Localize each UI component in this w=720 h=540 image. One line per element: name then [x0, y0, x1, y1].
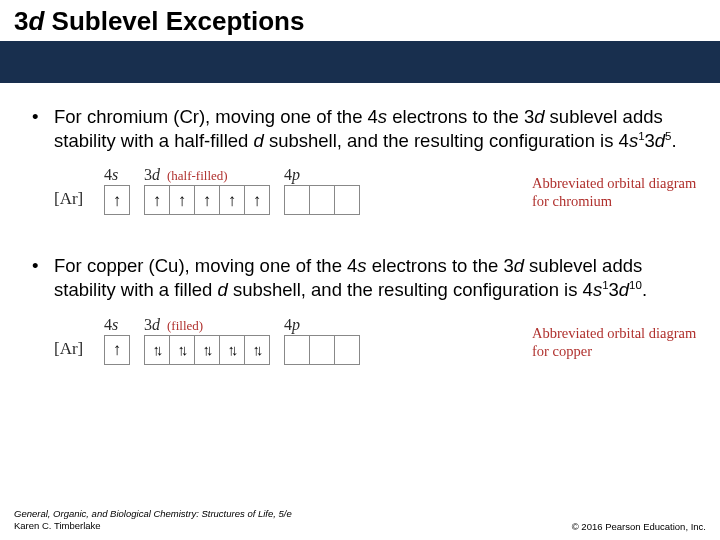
orbital-boxes	[284, 185, 360, 215]
title-d: d	[28, 6, 44, 36]
t: electrons to the 3	[367, 255, 514, 276]
bullet-copper: • For copper (Cu), moving one of the 4s …	[30, 254, 690, 301]
ar-core-label: [Ar]	[54, 339, 90, 365]
title-post: Sublevel Exceptions	[44, 6, 304, 36]
n: 4	[284, 166, 292, 183]
t: electrons to the 3	[387, 106, 534, 127]
sublevel-label-3d: 3d (half-filled)	[144, 166, 228, 184]
orbital-diagram-copper: [Ar] 4s 3d (filled) 4p	[54, 316, 690, 380]
n: 3	[144, 316, 152, 333]
t: 3	[609, 279, 619, 300]
ar-core-label: [Ar]	[54, 189, 90, 215]
fill-note: (half-filled)	[167, 168, 228, 183]
sublevel-4p: 4p	[284, 316, 360, 365]
l: d	[152, 316, 160, 333]
t-it: d	[619, 279, 629, 300]
l: s	[112, 166, 118, 183]
sublevel-3d: 3d (half-filled)	[144, 166, 270, 215]
title-text: 3d Sublevel Exceptions	[14, 6, 706, 37]
sublevel-label-4s: 4s	[104, 316, 118, 334]
orbital-box	[104, 185, 130, 215]
footer-copyright: © 2016 Pearson Education, Inc.	[572, 521, 706, 532]
n: 4	[104, 166, 112, 183]
book-author: Karen C. Timberlake	[14, 520, 101, 531]
orbital-box	[334, 185, 360, 215]
orbital-boxes	[104, 185, 130, 215]
t-it: d	[534, 106, 544, 127]
orbital-boxes	[144, 185, 270, 215]
diagram-caption: Abbreviated orbital diagram for copper	[532, 324, 702, 360]
caption-line: for chromium	[532, 193, 612, 209]
t: subshell, and the resulting configuratio…	[228, 279, 593, 300]
t: 3	[645, 130, 655, 151]
n: 4	[284, 316, 292, 333]
sublevel-label-4p: 4p	[284, 316, 300, 334]
diagram-caption: Abbreviated orbital diagram for chromium	[532, 174, 702, 210]
book-title: General, Organic, and Biological Chemist…	[14, 508, 292, 519]
bullet-text: For chromium (Cr), moving one of the 4s …	[54, 105, 690, 152]
sublevel-label-3d: 3d (filled)	[144, 316, 203, 334]
l: s	[112, 316, 118, 333]
bullet-chromium: • For chromium (Cr), moving one of the 4…	[30, 105, 690, 152]
n: 3	[144, 166, 152, 183]
slide-footer: General, Organic, and Biological Chemist…	[14, 508, 706, 532]
bullet-dot: •	[30, 254, 54, 301]
slide-content: • For chromium (Cr), moving one of the 4…	[0, 83, 720, 380]
t-it: s	[629, 130, 638, 151]
caption-line: for copper	[532, 343, 592, 359]
orbital-box	[284, 335, 310, 365]
t: subshell, and the resulting configuratio…	[264, 130, 629, 151]
t-it: d	[514, 255, 524, 276]
orbital-box	[284, 185, 310, 215]
title-pre: 3	[14, 6, 28, 36]
t-it: s	[378, 106, 387, 127]
sublevel-4p: 4p	[284, 166, 360, 215]
t-it: d	[655, 130, 665, 151]
sublevel-4s: 4s	[104, 166, 130, 215]
bullet-text: For copper (Cu), moving one of the 4s el…	[54, 254, 690, 301]
sublevel-label-4s: 4s	[104, 166, 118, 184]
slide-title: 3d Sublevel Exceptions	[0, 0, 720, 41]
t: .	[642, 279, 647, 300]
l: p	[292, 316, 300, 333]
orbital-box	[244, 335, 270, 365]
orbital-box	[169, 185, 195, 215]
t: For copper (Cu), moving one of the 4	[54, 255, 357, 276]
footer-book-info: General, Organic, and Biological Chemist…	[14, 508, 292, 532]
t-it: s	[593, 279, 602, 300]
orbital-box	[309, 185, 335, 215]
orbital-boxes	[284, 335, 360, 365]
fill-note: (filled)	[167, 318, 203, 333]
orbital-box	[309, 335, 335, 365]
orbital-diagram-chromium: [Ar] 4s 3d (half-filled) 4p	[54, 166, 690, 230]
t-it: s	[357, 255, 366, 276]
orbital-box	[334, 335, 360, 365]
orbital-boxes	[144, 335, 270, 365]
t: For chromium (Cr), moving one of the 4	[54, 106, 378, 127]
l: d	[152, 166, 160, 183]
orbital-box	[219, 185, 245, 215]
orbital-box	[219, 335, 245, 365]
sublevel-label-4p: 4p	[284, 166, 300, 184]
l: p	[292, 166, 300, 183]
orbital-box	[144, 185, 170, 215]
orbital-box	[194, 335, 220, 365]
bullet-dot: •	[30, 105, 54, 152]
caption-line: Abbreviated orbital diagram	[532, 325, 696, 341]
sublevel-4s: 4s	[104, 316, 130, 365]
orbital-box	[244, 185, 270, 215]
sublevel-3d: 3d (filled)	[144, 316, 270, 365]
header-bar	[0, 41, 720, 83]
n: 4	[104, 316, 112, 333]
orbital-box	[144, 335, 170, 365]
orbital-boxes	[104, 335, 130, 365]
orbital-box	[169, 335, 195, 365]
t-it: d	[253, 130, 263, 151]
t: .	[672, 130, 677, 151]
orbital-box	[104, 335, 130, 365]
t-it: d	[217, 279, 227, 300]
caption-line: Abbreviated orbital diagram	[532, 175, 696, 191]
t-sup: 10	[629, 279, 642, 291]
orbital-box	[194, 185, 220, 215]
